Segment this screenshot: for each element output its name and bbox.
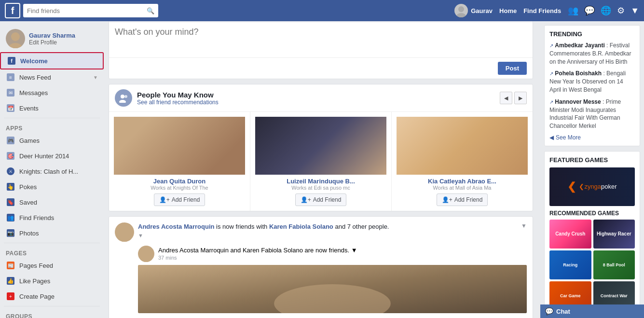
story-card: Andres Acosta Marroquin is now friends w… xyxy=(109,216,533,318)
search-icon: 🔍 xyxy=(147,7,154,14)
sidebar-item-knights[interactable]: ⚔ Knights: Clash of H... xyxy=(0,164,104,179)
sidebar-item-games[interactable]: 🎮 Games xyxy=(0,133,104,148)
people-you-may-know-card: People You May Know See all friend recom… xyxy=(109,84,533,211)
sidebar-item-messages[interactable]: ✉ Messages xyxy=(0,85,104,100)
game-candy-crush[interactable]: Candy Crush xyxy=(549,220,591,249)
svg-point-8 xyxy=(118,236,131,242)
home-link[interactable]: Home xyxy=(499,7,517,14)
chat-label: Chat xyxy=(556,308,570,315)
photos-label: Photos xyxy=(19,230,39,237)
create-page-icon: + xyxy=(6,291,15,301)
profile-name: Gaurav Sharma xyxy=(29,32,75,39)
like-pages-icon: 👍 xyxy=(6,276,15,286)
trending-title: TRENDING xyxy=(549,30,635,38)
edit-profile-link[interactable]: Edit Profile xyxy=(29,39,75,46)
settings-icon[interactable]: ⚙ xyxy=(617,5,625,16)
svg-point-9 xyxy=(142,248,150,256)
deer-hunter-icon: 🎯 xyxy=(6,151,15,161)
sidebar-item-deer-hunter[interactable]: 🎯 Deer Hunter 2014 xyxy=(0,148,104,164)
like-pages-label: Like Pages xyxy=(19,277,50,285)
person-card-1: Jean Quita Duron Works at Knights Of The… xyxy=(109,112,250,211)
featured-games-title: FEATURED GAMES xyxy=(549,156,635,164)
svg-point-7 xyxy=(120,226,129,235)
story-text: Andres Acosta Marroquin is now friends w… xyxy=(138,222,517,240)
sidebar-item-welcome[interactable]: f Welcome xyxy=(0,52,104,69)
story-header: Andres Acosta Marroquin is now friends w… xyxy=(115,222,527,242)
people-header-icon xyxy=(115,89,132,107)
story-timestamp: ▼ xyxy=(138,232,517,239)
next-arrow[interactable]: ▶ xyxy=(514,92,527,104)
zynga-arrow: ❮ xyxy=(567,180,576,193)
sidebar-profile[interactable]: Gaurav Sharma Edit Profile xyxy=(0,25,104,52)
friends-icon[interactable]: 👥 xyxy=(568,5,578,16)
sidebar-item-like-pages[interactable]: 👍 Like Pages xyxy=(0,273,104,289)
featured-game-zynga[interactable]: ❮ ❮zyngapoker xyxy=(549,167,635,206)
add-friend-icon-2: 👤+ xyxy=(301,196,311,203)
search-bar[interactable]: 🔍 xyxy=(23,4,158,17)
search-input[interactable] xyxy=(27,7,145,14)
see-all-link[interactable]: See all friend recommendations xyxy=(137,99,219,106)
newsfeed-arrow: ▼ xyxy=(93,75,98,80)
post-button[interactable]: Post xyxy=(498,62,527,75)
add-friend-btn-2[interactable]: 👤+ Add Friend xyxy=(295,194,347,206)
dropdown-icon[interactable]: ▼ xyxy=(630,6,639,16)
events-icon: 📅 xyxy=(6,103,15,113)
find-friends-link[interactable]: Find Friends xyxy=(523,7,561,14)
person-work-3: Works at Mall of Asia Ma xyxy=(397,185,528,191)
rec-games-grid: Candy Crush Highway Racer Racing 8 Ball … xyxy=(549,220,635,310)
trending-title-3[interactable]: Hannover Messe xyxy=(555,98,601,105)
newsfeed-icon: ≡ xyxy=(6,72,15,82)
svg-point-3 xyxy=(9,43,22,48)
svg-point-2 xyxy=(11,32,20,41)
story-sub-header: Andres Acosta Marroquin and Karen Fabiol… xyxy=(138,246,527,262)
status-textarea[interactable] xyxy=(115,27,527,51)
svg-point-10 xyxy=(140,257,152,262)
sidebar-item-photos[interactable]: 📷 Photos xyxy=(0,225,104,241)
sidebar-divider-3 xyxy=(4,306,100,306)
story-sub-friend[interactable]: Karen Fabiola Solano xyxy=(243,247,303,254)
chat-bar[interactable]: 💬 Chat xyxy=(540,304,644,318)
messages-icon[interactable]: 💬 xyxy=(584,5,595,16)
pokes-label: Pokes xyxy=(19,183,37,191)
prev-arrow[interactable]: ◀ xyxy=(500,92,512,104)
add-friend-btn-3[interactable]: 👤+ Add Friend xyxy=(437,194,488,206)
nav-user[interactable]: Gaurav xyxy=(454,4,493,17)
trending-title-2[interactable]: Pohela Boishakh xyxy=(555,70,602,77)
trending-see-more[interactable]: ◀ See More xyxy=(549,134,635,141)
status-footer: Post xyxy=(109,57,533,79)
svg-point-5 xyxy=(119,100,126,103)
story-sub-actor[interactable]: Andres Acosta Marroquin xyxy=(158,247,229,254)
story-sub-action: and xyxy=(231,247,243,254)
game-highway-racer[interactable]: Highway Racer xyxy=(593,220,635,249)
game-racing[interactable]: Racing xyxy=(549,250,591,279)
photos-icon: 📷 xyxy=(6,228,15,238)
trending-title-1[interactable]: Ambedkar Jayanti xyxy=(555,42,604,49)
nav-icons: 👥 💬 🌐 ⚙ ▼ xyxy=(568,5,639,16)
pages-section-title: PAGES xyxy=(0,245,104,258)
sidebar-item-pages-feed[interactable]: 📰 Pages Feed xyxy=(0,258,104,273)
globe-icon[interactable]: 🌐 xyxy=(601,5,611,16)
trending-section: TRENDING ↗ Ambedkar Jayanti : Festival C… xyxy=(544,25,640,146)
sidebar-item-create-page[interactable]: + Create Page xyxy=(0,289,104,304)
story-friend[interactable]: Karen Fabiola Solano xyxy=(269,223,333,230)
sidebar-item-pokes[interactable]: 👆 Pokes xyxy=(0,179,104,194)
game-8ball-pool[interactable]: 8 Ball Pool xyxy=(593,250,635,279)
add-friend-btn-1[interactable]: 👤+ Add Friend xyxy=(154,194,206,206)
sidebar-item-newsfeed[interactable]: ≡ News Feed ▼ xyxy=(0,69,104,85)
chat-icon: 💬 xyxy=(545,307,553,315)
nav-right: Gaurav Home Find Friends 👥 💬 🌐 ⚙ ▼ xyxy=(454,4,639,17)
facebook-logo: f xyxy=(5,3,20,18)
person-card-2: Luizeil Marinduque B... Works at Edi sa … xyxy=(250,112,392,211)
sidebar-item-events[interactable]: 📅 Events xyxy=(0,100,104,116)
trending-arrow-2: ↗ xyxy=(549,71,553,76)
sidebar-item-saved[interactable]: 🔖 Saved xyxy=(0,194,104,210)
people-card-header: People You May Know See all friend recom… xyxy=(109,84,533,112)
svg-point-0 xyxy=(458,6,464,12)
story-expand[interactable]: ▼ xyxy=(521,222,527,229)
status-input-area[interactable] xyxy=(109,22,533,57)
story-actor[interactable]: Andres Acosta Marroquin xyxy=(138,223,214,230)
sidebar-item-find-friends[interactable]: 👥 Find Friends xyxy=(0,210,104,225)
rec-games-title: RECOMMENDED GAMES xyxy=(549,210,635,217)
profile-info: Gaurav Sharma Edit Profile xyxy=(29,32,75,46)
messages-sidebar-icon: ✉ xyxy=(6,88,15,97)
